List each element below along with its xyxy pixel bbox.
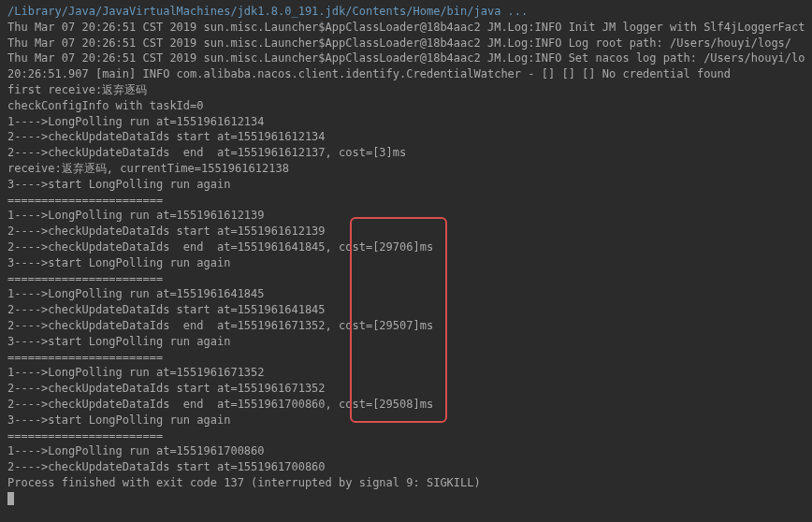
console-line: 1---->LongPolling run at=1551961641845 xyxy=(7,286,805,302)
console-line: Thu Mar 07 20:26:51 CST 2019 sun.misc.La… xyxy=(7,20,805,36)
console-line: 2---->checkUpdateDataIds start at=155196… xyxy=(7,459,805,475)
cursor-line xyxy=(7,491,805,507)
console-line: 2---->checkUpdateDataIds end at=15519616… xyxy=(7,318,805,334)
console-line: first receive:返弃逐码 xyxy=(7,82,805,98)
console-line: 3---->start LongPolling run again xyxy=(7,177,805,193)
console-line: /Library/Java/JavaVirtualMachines/jdk1.8… xyxy=(7,4,805,20)
console-output: /Library/Java/JavaVirtualMachines/jdk1.8… xyxy=(7,4,805,491)
console-line: 2---->checkUpdateDataIds start at=155196… xyxy=(7,224,805,239)
cursor xyxy=(7,492,14,505)
console-line: 1---->LongPolling run at=1551961612134 xyxy=(7,114,805,130)
console-line: Thu Mar 07 20:26:51 CST 2019 sun.misc.La… xyxy=(7,36,805,51)
console-line: 2---->checkUpdateDataIds start at=155196… xyxy=(7,381,805,397)
console-line: 1---->LongPolling run at=1551961671352 xyxy=(7,365,805,381)
console-line: 3---->start LongPolling run again xyxy=(7,255,805,271)
console-line: 20:26:51.907 [main] INFO com.alibaba.nac… xyxy=(7,66,805,82)
console-line: ======================= xyxy=(7,193,805,209)
console-line: 3---->start LongPolling run again xyxy=(7,413,805,428)
console-line: 1---->LongPolling run at=1551961612139 xyxy=(7,208,805,224)
console-line: 3---->start LongPolling run again xyxy=(7,334,805,350)
console-line: 2---->checkUpdateDataIds start at=155196… xyxy=(7,129,805,145)
console-line: 2---->checkUpdateDataIds start at=155196… xyxy=(7,302,805,318)
console-line: Process finished with exit code 137 (int… xyxy=(7,475,805,491)
console-line: receive:返弃逐码, currentTime=1551961612138 xyxy=(7,161,805,177)
console-line: 2---->checkUpdateDataIds end at=15519616… xyxy=(7,239,805,255)
console-line: 2---->checkUpdateDataIds end at=15519616… xyxy=(7,145,805,161)
console-line: 1---->LongPolling run at=1551961700860 xyxy=(7,443,805,459)
console-line: Thu Mar 07 20:26:51 CST 2019 sun.misc.La… xyxy=(7,51,805,66)
console-line: ======================= xyxy=(7,350,805,366)
console-line: ======================= xyxy=(7,271,805,287)
console-line: checkConfigInfo with taskId=0 xyxy=(7,98,805,114)
console-line: 2---->checkUpdateDataIds end at=15519617… xyxy=(7,397,805,413)
console-line: ======================= xyxy=(7,428,805,444)
